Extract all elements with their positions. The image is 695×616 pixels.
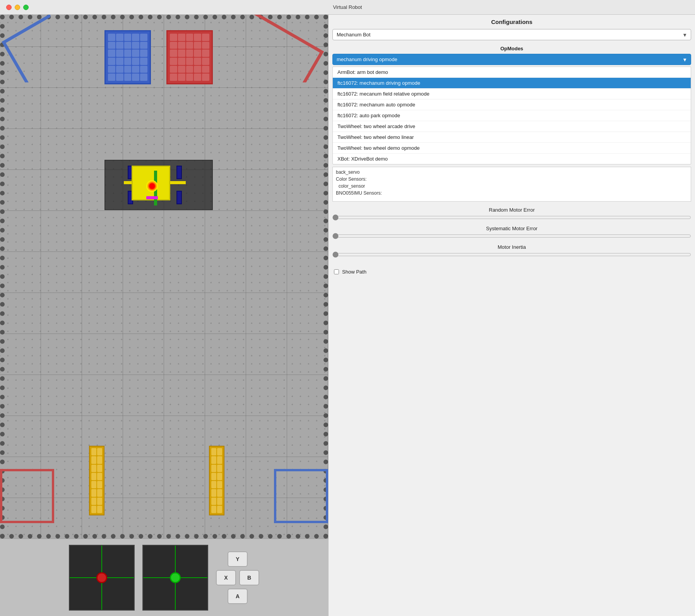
gamepad-area: Y X B A [0, 539, 328, 616]
field-canvas [0, 15, 328, 539]
robot [128, 162, 182, 208]
opmode-list: ArmBot: arm bot demo ftc16072: mechanum … [332, 67, 691, 164]
a-button[interactable]: A [228, 589, 248, 604]
traffic-lights [6, 5, 29, 10]
motor-inertia-label: Motor Inertia [332, 244, 691, 250]
opmode-item-5[interactable]: TwoWheel: two wheel arcade drive [333, 121, 691, 132]
show-path-row: Show Path [332, 267, 691, 277]
b-button[interactable]: B [239, 570, 259, 585]
left-joystick-dot[interactable] [96, 572, 107, 583]
score-pad-blue [104, 30, 151, 84]
simulation-area: Y X B A [0, 15, 328, 616]
robot-body [132, 166, 170, 200]
systematic-motor-error-section: Systematic Motor Error [332, 226, 691, 240]
button-row-middle: X B [216, 570, 259, 585]
opmode-item-2[interactable]: ftc16072: mecanum field relative opmode [333, 89, 691, 99]
field-border [0, 15, 328, 539]
device-list: back_servo Color Sensors: color_sensor B… [332, 167, 691, 202]
red-corner-tr [247, 15, 328, 82]
opmode-item-8[interactable]: XBot: XDriveBot demo [333, 154, 691, 164]
minimize-button[interactable] [15, 5, 20, 10]
motor-inertia-slider[interactable] [332, 252, 691, 258]
config-dropdown[interactable]: Mechanum Bot TwoWheel Bot XBot ArmBot [332, 29, 691, 40]
robot-wheel-tr [176, 166, 182, 179]
opmode-dropdown-wrapper: mechanum driving opmode ▼ [332, 54, 691, 65]
button-row-top: Y [228, 551, 248, 567]
score-pad-yellow-left [89, 446, 104, 515]
device-item-2: color_sensor [336, 183, 688, 190]
opmode-item-1[interactable]: ftc16072: mechanum driving opmode [333, 78, 691, 89]
device-item-0: back_servo [336, 169, 688, 176]
robot-center [146, 180, 158, 192]
opmodes-label: OpModes [332, 46, 691, 51]
show-path-checkbox[interactable] [334, 269, 339, 274]
right-joystick[interactable] [142, 545, 208, 611]
motor-inertia-section: Motor Inertia [332, 244, 691, 259]
systematic-motor-error-label: Systematic Motor Error [332, 226, 691, 231]
opmode-item-7[interactable]: TwoWheel: two wheel demo opmode [333, 143, 691, 154]
y-button[interactable]: Y [228, 551, 248, 567]
right-joystick-dot[interactable] [170, 572, 181, 583]
close-button[interactable] [6, 5, 12, 10]
device-item-3: BNO055IMU Sensors: [336, 190, 688, 197]
gamepad-buttons: Y X B A [216, 551, 259, 604]
random-motor-error-section: Random Motor Error [332, 207, 691, 222]
button-row-bottom: A [228, 589, 248, 604]
score-pad-red [166, 30, 213, 84]
systematic-motor-error-slider[interactable] [332, 233, 691, 239]
corner-rect-bottom-right [274, 469, 328, 523]
random-motor-error-label: Random Motor Error [332, 207, 691, 213]
left-joystick[interactable] [69, 545, 135, 611]
titlebar: Virtual Robot [0, 0, 695, 15]
blue-corner-tl [0, 15, 50, 82]
window-title: Virtual Robot [333, 4, 362, 10]
robot-marker [146, 196, 158, 199]
opmode-dropdown[interactable]: mechanum driving opmode [332, 54, 691, 65]
device-item-1: Color Sensors: [336, 176, 688, 183]
opmode-item-4[interactable]: ftc16072: auto park opmode [333, 110, 691, 121]
corner-rect-bottom-left [0, 469, 54, 523]
show-path-label: Show Path [342, 269, 366, 275]
config-dropdown-wrapper: Mechanum Bot TwoWheel Bot XBot ArmBot ▼ [332, 29, 691, 40]
maximize-button[interactable] [23, 5, 29, 10]
random-motor-error-slider[interactable] [332, 214, 691, 221]
main-container: Y X B A Configurations Mechanum Bot TwoW… [0, 15, 695, 616]
configurations-title: Configurations [332, 19, 691, 25]
robot-wheel-br [176, 191, 182, 204]
opmode-item-3[interactable]: ftc16072: mechanum auto opmode [333, 99, 691, 110]
opmode-item-0[interactable]: ArmBot: arm bot demo [333, 67, 691, 78]
score-pad-yellow-right [209, 446, 224, 515]
right-panel: Configurations Mechanum Bot TwoWheel Bot… [328, 15, 695, 616]
opmode-item-6[interactable]: TwoWheel: two wheel demo linear [333, 132, 691, 143]
x-button[interactable]: X [216, 570, 236, 585]
